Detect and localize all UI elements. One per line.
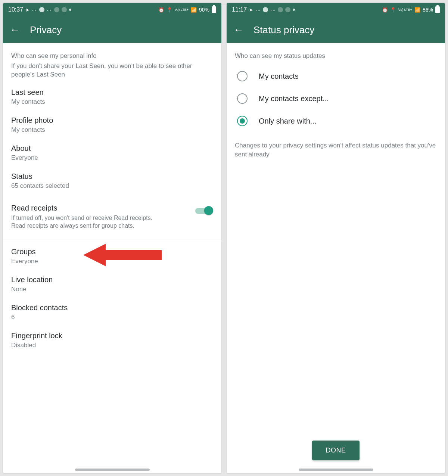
notif-icon — [278, 7, 283, 12]
notif-icon — [285, 7, 290, 12]
status-bar: 11:17 ➤ ៲៱ ៲៱ ⏰ 📍 Vo) LTE+ 📶 86% — [227, 3, 445, 16]
notif-icon — [62, 7, 67, 12]
option-my-contacts[interactable]: My contacts — [227, 65, 445, 87]
signal-icon: 📶 — [414, 7, 420, 13]
alarm-icon: ⏰ — [158, 7, 164, 13]
row-value: 65 contacts selected — [11, 182, 213, 190]
page-title: Privacy — [30, 24, 62, 36]
privacy-screen: 10:37 ➤ ៲៱ ៲៱ ⏰ 📍 Vo) LTE+ 📶 90% ← Priva… — [2, 2, 222, 474]
more-notifs-icon — [293, 9, 295, 11]
divider — [3, 239, 221, 239]
radio-icon — [237, 71, 248, 81]
row-label: Status — [11, 172, 213, 181]
battery-pct: 86% — [423, 7, 433, 13]
status-bar: 10:37 ➤ ៲៱ ៲៱ ⏰ 📍 Vo) LTE+ 📶 90% — [3, 3, 221, 16]
section-header: Who can see my personal info — [3, 43, 221, 62]
telegram-icon: ➤ — [249, 7, 253, 13]
option-label: My contacts except... — [259, 94, 329, 103]
read-receipts-toggle[interactable] — [195, 205, 213, 216]
location-icon: 📍 — [167, 7, 172, 13]
row-label: Groups — [11, 248, 213, 256]
alarm-icon: ⏰ — [382, 7, 388, 13]
radio-icon-selected — [237, 116, 248, 126]
section-header: Who can see my status updates — [227, 43, 445, 65]
row-value: My contacts — [11, 126, 213, 134]
notif-icon — [263, 7, 268, 12]
location-icon: 📍 — [390, 7, 396, 13]
app-bar: ← Privacy — [3, 16, 221, 43]
row-label: Profile photo — [11, 116, 213, 125]
done-button[interactable]: DONE — [312, 441, 359, 460]
row-groups[interactable]: Groups Everyone — [3, 242, 221, 270]
row-value: None — [11, 286, 213, 293]
row-blocked-contacts[interactable]: Blocked contacts 6 — [3, 298, 221, 326]
option-label: Only share with... — [259, 117, 317, 125]
privacy-content: Who can see my personal info If you don'… — [3, 43, 221, 473]
row-label: Live location — [11, 276, 213, 284]
page-title: Status privacy — [253, 24, 314, 36]
battery-icon — [212, 6, 216, 13]
row-value: My contacts — [11, 98, 213, 106]
battery-pct: 90% — [199, 7, 209, 13]
notif-icon — [54, 7, 59, 12]
row-value: Disabled — [11, 342, 213, 349]
section-subtext: If you don't share your Last Seen, you w… — [3, 62, 221, 83]
row-desc: If turned off, you won't send or receive… — [11, 214, 161, 230]
battery-icon — [435, 6, 440, 13]
option-my-contacts-except[interactable]: My contacts except... — [227, 87, 445, 110]
privacy-note: Changes to your privacy settings won't a… — [227, 132, 445, 159]
notif-icon: ៲៱ — [32, 7, 37, 13]
row-label: Fingerprint lock — [11, 332, 213, 340]
row-status[interactable]: Status 65 contacts selected — [3, 167, 221, 195]
row-live-location[interactable]: Live location None — [3, 270, 221, 298]
option-label: My contacts — [259, 72, 299, 81]
status-privacy-screen: 11:17 ➤ ៲៱ ៲៱ ⏰ 📍 Vo) LTE+ 📶 86% ← Statu… — [226, 2, 446, 474]
status-privacy-content: Who can see my status updates My contact… — [227, 43, 445, 473]
notif-icon: ៲៱ — [255, 7, 261, 13]
signal-icon: 📶 — [191, 7, 197, 13]
notif-icon: ៲៱ — [270, 7, 276, 13]
status-time: 11:17 — [232, 6, 247, 13]
row-value: Everyone — [11, 258, 213, 265]
gesture-bar — [299, 469, 373, 471]
notif-icon — [39, 7, 44, 12]
row-label: Read receipts — [11, 204, 161, 212]
row-profile-photo[interactable]: Profile photo My contacts — [3, 111, 221, 139]
row-fingerprint-lock[interactable]: Fingerprint lock Disabled — [3, 326, 221, 354]
radio-icon — [237, 93, 248, 104]
back-icon[interactable]: ← — [10, 25, 20, 35]
row-label: About — [11, 144, 213, 153]
status-time: 10:37 — [8, 6, 23, 13]
gesture-bar — [75, 469, 150, 471]
row-label: Blocked contacts — [11, 304, 213, 312]
more-notifs-icon — [69, 9, 71, 11]
network-label: Vo) LTE+ — [175, 8, 189, 11]
network-label: Vo) LTE+ — [398, 8, 412, 11]
notif-icon: ៲៱ — [47, 7, 52, 13]
telegram-icon: ➤ — [25, 7, 29, 13]
row-value: 6 — [11, 314, 213, 321]
row-last-seen[interactable]: Last seen My contacts — [3, 83, 221, 111]
option-only-share-with[interactable]: Only share with... — [227, 110, 445, 132]
row-about[interactable]: About Everyone — [3, 139, 221, 167]
app-bar: ← Status privacy — [227, 16, 445, 43]
back-icon[interactable]: ← — [233, 25, 244, 35]
row-label: Last seen — [11, 88, 213, 97]
row-read-receipts[interactable]: Read receipts If turned off, you won't s… — [3, 195, 221, 236]
row-value: Everyone — [11, 154, 213, 162]
